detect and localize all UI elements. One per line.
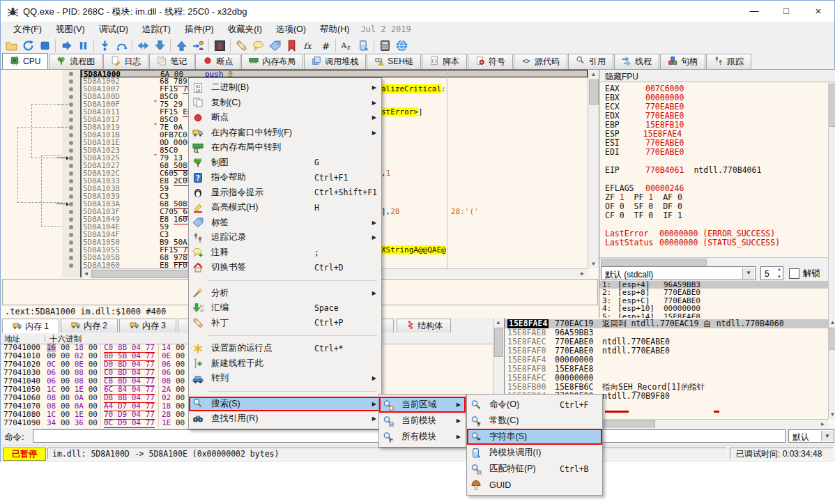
stack-row[interactable]: 15E8FAF0770EABE0ntdll.770EABE0 — [505, 346, 828, 356]
menu-item-补丁[interactable]: 补丁Ctrl+P — [189, 316, 381, 331]
breakpoint-dot[interactable] — [69, 210, 73, 214]
tab-SEH链[interactable]: !SEH链 — [367, 54, 421, 69]
register-line[interactable]: ESP15E8FAE4 — [605, 130, 831, 139]
tab-断点[interactable]: 断点 — [195, 54, 240, 69]
arguments-list[interactable]: 1:[esp+4]96A59BB32:[esp+8]770EABE03:[esp… — [599, 281, 828, 318]
menubar-item-2[interactable]: 调试(D) — [92, 22, 135, 37]
menu-item-二进制(B)[interactable]: 0110二进制(B)▶ — [189, 80, 381, 96]
flag-PF[interactable]: PF 1 — [634, 192, 654, 202]
scroll-down-arrow[interactable]: ▼ — [829, 410, 835, 419]
menu-item-设置新的运行点[interactable]: 设置新的运行点Ctrl+* — [189, 341, 381, 356]
tab-笔记[interactable]: 笔记 — [149, 54, 194, 69]
breakpoint-dot[interactable] — [69, 202, 73, 206]
flag-AF[interactable]: AF 0 — [663, 192, 682, 202]
menubar-item-7[interactable]: 帮助(H) — [313, 22, 356, 37]
menu-item-分析[interactable]: 分析▶ — [189, 286, 381, 301]
registers-hscrollbar[interactable] — [599, 257, 828, 266]
menu-item-当前区域[interactable]: 当前区域▶ — [379, 397, 466, 413]
restart-button[interactable] — [20, 38, 36, 54]
scroll-thumb[interactable] — [494, 328, 503, 357]
breakpoint-dot[interactable] — [69, 187, 73, 191]
tab-符号[interactable]: 符号 — [468, 54, 513, 69]
flag-IF[interactable]: IF 1 — [663, 211, 682, 220]
bookmarks-button[interactable] — [283, 38, 300, 54]
scroll-up-arrow[interactable]: ▲ — [829, 318, 835, 327]
tab-脚本[interactable]: ()脚本 — [422, 54, 467, 69]
trace-into-button[interactable] — [151, 38, 168, 54]
argument-row[interactable]: 4:[esp+10]00000000 — [599, 305, 828, 312]
calculator-button[interactable] — [376, 38, 393, 54]
dump-tab-结构体[interactable]: 结构体 — [397, 319, 451, 333]
scroll-thumb[interactable] — [589, 79, 599, 105]
menu-item-字符串(S)[interactable]: “字符串(S) — [467, 429, 602, 445]
disasm-row[interactable]: 5D8A10006A 00push 0 — [82, 70, 588, 77]
menu-item-在内存布局中转到[interactable]: 在内存布局中转到 — [189, 140, 381, 155]
tab-源代码[interactable]: <>源代码 — [514, 54, 567, 69]
tab-内存布局[interactable]: 内存布局 — [241, 54, 303, 69]
tab-调用堆栈[interactable]: 调用堆栈 — [304, 54, 366, 69]
scroll-right-arrow[interactable]: ► — [578, 269, 587, 278]
patch-button[interactable] — [233, 38, 250, 54]
scroll-up-arrow[interactable]: ▲ — [588, 70, 599, 79]
menu-item-指令帮助[interactable]: ?指令帮助Ctrl+F1 — [189, 170, 381, 185]
stepper-down-icon[interactable]: ▼ — [777, 275, 781, 279]
register-value[interactable]: 770EABE0 — [645, 138, 684, 148]
menu-item-断点[interactable]: 断点▶ — [189, 110, 381, 125]
pause-button[interactable] — [75, 38, 91, 54]
register-line[interactable]: EIP770B4061ntdll.770B4061 — [605, 166, 831, 175]
menubar-item-3[interactable]: 追踪(T) — [135, 22, 178, 37]
register-value[interactable]: 00000246 — [645, 183, 684, 193]
menu-item-所有模块[interactable]: 所有模块▶ — [379, 429, 466, 445]
menu-item-搜索(S)[interactable]: 搜索(S)▶ — [189, 397, 381, 412]
breakpoint-dot[interactable] — [69, 79, 73, 84]
menu-item-制图[interactable]: 制图G — [189, 155, 381, 171]
menu-item-注释[interactable]: 注释; — [189, 245, 381, 261]
menubar-item-6[interactable]: 选项(O) — [269, 22, 313, 37]
flag-DF[interactable]: DF 0 — [663, 201, 682, 211]
register-value[interactable]: 15E8FB10 — [645, 120, 684, 130]
breakpoint-dot[interactable] — [69, 264, 73, 268]
hash-button[interactable]: # — [316, 38, 333, 54]
flag-TF[interactable]: TF 0 — [634, 211, 654, 220]
breakpoint-dot[interactable] — [69, 118, 73, 122]
register-line[interactable]: ECX770EABE0 — [605, 102, 831, 112]
breakpoint-dot[interactable] — [69, 179, 73, 183]
stack-row[interactable]: 15E8FAF400000000 — [505, 356, 828, 365]
arg-count-stepper[interactable]: 5 ▲ ▼ — [760, 266, 783, 280]
maximize-button[interactable]: □ — [770, 1, 802, 22]
breakpoint-dot[interactable] — [69, 194, 73, 199]
menubar-item-0[interactable]: 文件(F) — [6, 22, 49, 37]
register-value[interactable]: 770EABE0 — [645, 111, 684, 121]
menu-item-在内存窗口中转到(F)[interactable]: 在内存窗口中转到(F)▶ — [189, 125, 381, 141]
menu-item-复制(C)[interactable]: 复制(C)▶ — [189, 96, 381, 111]
tab-CPU[interactable]: CPU — [2, 53, 48, 69]
scroll-thumb[interactable] — [601, 259, 707, 266]
tab-线程[interactable]: 线程 — [614, 54, 659, 69]
scroll-left-arrow[interactable]: ◄ — [82, 269, 91, 278]
menu-item-命令(O)[interactable]: ›命令(O)Ctrl+F — [467, 397, 602, 413]
menu-item-匹配特征(P)[interactable]: 匹配特征(P)Ctrl+B — [467, 461, 602, 477]
minimize-button[interactable]: — — [738, 1, 770, 22]
flag-ZF[interactable]: ZF 1 — [605, 192, 625, 202]
function-fx-button[interactable]: fx — [300, 38, 316, 54]
menu-item-新建线程于此[interactable]: 新建线程于此 — [189, 356, 381, 372]
breakpoint-dot[interactable] — [69, 217, 73, 222]
case-az-button[interactable]: Az — [338, 38, 355, 54]
unlock-checkbox[interactable] — [789, 268, 799, 279]
chevron-down-icon[interactable]: ▼ — [742, 268, 754, 279]
register-line[interactable]: EDX770EABE0 — [605, 112, 831, 121]
menubar-item-5[interactable]: 收藏夹(I) — [221, 22, 269, 37]
tab-跟踪[interactable]: 跟踪 — [706, 54, 751, 69]
register-line[interactable]: EBP15E8FB10 — [605, 121, 831, 130]
register-value[interactable]: 007C6000 — [645, 84, 684, 93]
menu-item-追踪记录[interactable]: 追踪记录▶ — [189, 230, 381, 245]
tab-句柄[interactable]: 句柄 — [660, 54, 705, 69]
breakpoint-dot[interactable] — [69, 125, 73, 130]
dump-tab-内存 3[interactable]: 内存 3 — [119, 319, 176, 333]
stepper-up-icon[interactable]: ▲ — [777, 267, 781, 271]
menu-item-标签[interactable]: 标签▶ — [189, 215, 381, 231]
register-value[interactable]: 770B4061 — [645, 165, 684, 175]
registers-vscrollbar[interactable] — [828, 82, 835, 318]
register-line[interactable]: CF 0 TF 0 IF 1 — [605, 211, 831, 220]
menubar-item-1[interactable]: 视图(V) — [49, 22, 92, 37]
